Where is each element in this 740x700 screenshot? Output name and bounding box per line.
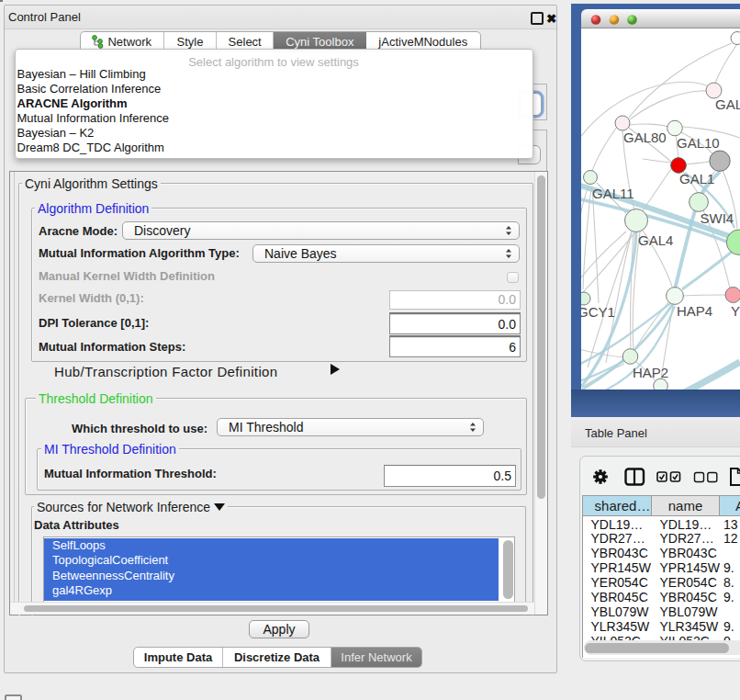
svg-text:Y: Y: [731, 303, 740, 319]
svg-text:GAL80: GAL80: [715, 96, 740, 112]
svg-text:GAL1: GAL1: [679, 171, 714, 186]
svg-text:GCY1: GCY1: [581, 304, 615, 320]
svg-text:GAL11: GAL11: [592, 186, 634, 201]
svg-text:SWI4: SWI4: [701, 210, 734, 226]
svg-text:GAL10: GAL10: [677, 135, 720, 151]
svg-text:HAP2: HAP2: [633, 365, 668, 380]
svg-text:GAL4: GAL4: [638, 232, 673, 248]
svg-text:GAL80: GAL80: [623, 130, 667, 145]
svg-text:HAP4: HAP4: [677, 303, 712, 319]
